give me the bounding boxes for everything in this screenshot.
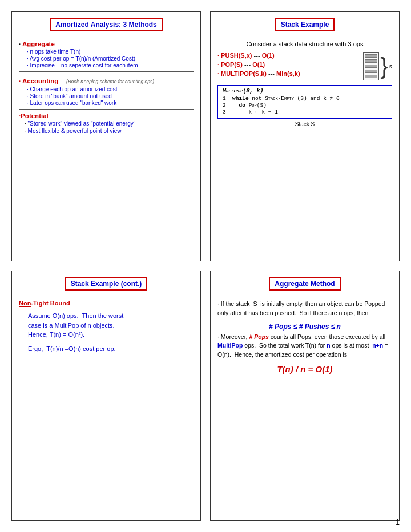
accounting-sub2: Store in "bank" amount not used: [27, 93, 194, 99]
slide2-title: Stack Example: [275, 18, 335, 31]
divider2: [19, 109, 194, 110]
brace-icon: }: [380, 55, 388, 78]
slide-stack-example: Stack Example Consider a stack data stru…: [210, 11, 400, 261]
aggregate-sub2: Avg cost per op = T(n)/n (Amortized Cost…: [27, 55, 194, 62]
slide1-title-wrapper: Amortized Analysis: 3 Methods: [19, 18, 194, 36]
slide-aggregate: Aggregate Method · If the stack S is ini…: [210, 271, 400, 521]
aggregate-sub3: Imprecise – no seperate cost for each it…: [27, 62, 194, 68]
pseudo-line-3: 3 k ← k − 1: [223, 109, 387, 115]
push-complexity: O(1): [262, 52, 275, 59]
pop-op: · POP(S) --- O(1): [217, 61, 357, 68]
aggregate-sub1: n ops take time T(n): [27, 49, 194, 55]
non-label: Non: [19, 300, 31, 307]
slide-stack-cont: Stack Example (cont.) Non-Tight Bound As…: [11, 271, 201, 521]
pop-complexity: O(1): [252, 61, 265, 68]
slide1-title: Amortized Analysis: 3 Methods: [50, 18, 163, 31]
s-label: s: [389, 63, 393, 70]
multipop-name: · MULTIPOP(S,k): [217, 70, 267, 77]
pseudocode-box: Multipop(S, k) 1 while not Stack-Empty (…: [217, 85, 392, 119]
page-number: 1: [396, 518, 400, 526]
slide3-para2: Ergo, T(n)/n =O(n) cost per op.: [28, 345, 194, 352]
aggregate-heading: Aggregate: [19, 41, 194, 47]
slide3-para1: Assume O(n) ops. Then the worst case is …: [28, 311, 194, 340]
page: Amortized Analysis: 3 Methods Aggregate …: [0, 0, 411, 532]
stack-line-3: [365, 65, 377, 68]
accounting-sub1: Charge each op an amortized cost: [27, 86, 194, 92]
pseudo-line-1: 1 while not Stack-Empty (S) and k ≠ 0: [223, 95, 387, 102]
slide4-title: Aggregate Method: [269, 277, 340, 291]
multipop-op: · MULTIPOP(S,k) --- Min(s,k): [217, 70, 357, 77]
pseudo-line-2: 2 do Pop(S): [223, 102, 387, 108]
ops-list: · PUSH(S,x) --- O(1) · POP(S) --- O(1) ·…: [217, 52, 357, 79]
stack-icon-graphic: [363, 52, 379, 80]
accounting-sub3: Later ops can used "banked" work: [27, 100, 194, 106]
pop-name: · POP(S): [217, 61, 243, 68]
stack-line-2: [365, 59, 377, 63]
push-op: · PUSH(S,x) --- O(1): [217, 52, 357, 59]
stack-area: · PUSH(S,x) --- O(1) · POP(S) --- O(1) ·…: [217, 52, 392, 80]
push-name: · PUSH(S,x): [217, 52, 252, 59]
slide2-intro: Consider a stack data structure with 3 o…: [217, 41, 392, 47]
slide4-para1: · If the stack S is initially empty, the…: [217, 300, 392, 318]
non-tight-heading: Non-Tight Bound: [19, 300, 194, 307]
multipop-dashes: ---: [268, 70, 276, 77]
slide3-title-wrapper: Stack Example (cont.): [19, 277, 194, 295]
slide3-title: Stack Example (cont.): [65, 277, 148, 291]
stack-line-4: [365, 70, 377, 73]
accounting-heading-line: · Accounting --- (Book-Keeping scheme fo…: [19, 75, 194, 86]
divider1: [19, 71, 194, 72]
slide4-math1: # Pops ≤ # Pushes ≤ n: [217, 323, 392, 331]
pseudo-title: Multipop(S, k): [223, 88, 387, 94]
slide2-title-wrapper: Stack Example: [217, 18, 392, 36]
slide4-final: T(n) / n = O(1): [217, 364, 392, 374]
potential-sub2: Most flexible & powerful point of view: [25, 128, 194, 134]
slide4-title-wrapper: Aggregate Method: [217, 277, 392, 295]
slide-amortized: Amortized Analysis: 3 Methods Aggregate …: [11, 11, 201, 261]
potential-heading: ·Potential: [19, 112, 194, 119]
accounting-heading: · Accounting: [19, 78, 58, 84]
potential-sub1: "Stored work" viewed as "potential energ…: [25, 120, 194, 127]
multipop-complexity: Min(s,k): [276, 70, 300, 77]
stack-bottom-label: Stack S: [217, 121, 392, 127]
pop-dashes: ---: [244, 61, 252, 68]
slide4-para2: · Moreover, # Pops counts all Pops, even…: [217, 333, 392, 360]
accounting-note: --- (Book-Keeping scheme for counting op…: [60, 79, 154, 84]
stack-line-5: [365, 75, 377, 78]
push-dashes: ---: [254, 52, 262, 59]
stack-visual-wrapper: } s: [363, 52, 392, 80]
stack-line-1: [365, 54, 377, 58]
